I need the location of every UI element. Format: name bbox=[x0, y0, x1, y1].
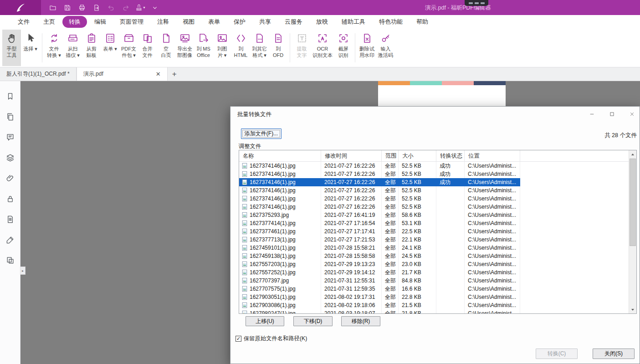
tool-to-ofd[interactable]: 到OFD bbox=[269, 30, 287, 66]
tool-ocr-text[interactable]: OCR识别文本 bbox=[311, 30, 334, 66]
table-row[interactable]: 1627459101(1).jpg2021-07-28 15:58:21全部24… bbox=[239, 244, 630, 252]
new-tab-button[interactable]: + bbox=[168, 67, 181, 81]
app-logo[interactable] bbox=[0, 0, 41, 15]
column-header[interactable]: 转换状态 bbox=[436, 150, 465, 161]
tool-to-ms-office[interactable]: 到 MSOffice bbox=[194, 30, 213, 66]
menu-item-page-manage[interactable]: 页面管理 bbox=[113, 16, 150, 28]
tool-to-image[interactable]: 到图片 ▾ bbox=[213, 30, 231, 66]
security-panel-button[interactable] bbox=[6, 195, 15, 203]
table-row[interactable]: 1627903051(1).jpg2021-08-02 19:17:31全部22… bbox=[239, 293, 630, 301]
undo-button[interactable] bbox=[104, 2, 118, 14]
table-scrollbar[interactable] bbox=[629, 150, 636, 313]
tool-blank-page[interactable]: 空白页 bbox=[157, 30, 175, 66]
export-button[interactable] bbox=[89, 2, 104, 14]
customize-toolbar-button[interactable] bbox=[148, 2, 162, 14]
table-row[interactable]: 1627557203(1).jpg2021-07-29 19:13:23全部23… bbox=[239, 260, 630, 268]
table-row[interactable]: 1627557252(1).jpg2021-07-29 19:14:12全部21… bbox=[239, 268, 630, 277]
move-up-button[interactable]: 上移(U) bbox=[246, 316, 284, 326]
tab-document-1[interactable]: 新人引导(1)(1)_OCR.pdf * bbox=[0, 67, 77, 81]
table-row[interactable]: 1627374146(1).jpg2021-07-27 16:22:26全部52… bbox=[239, 203, 630, 211]
open-button[interactable] bbox=[46, 2, 60, 14]
dialog-close-button[interactable] bbox=[625, 108, 639, 120]
menu-item-protect[interactable]: 保护 bbox=[227, 16, 252, 28]
table-row[interactable]: 1627903086(1).jpg2021-08-02 19:18:06全部21… bbox=[239, 301, 630, 309]
sidebar-expander[interactable]: ▸ bbox=[20, 267, 26, 275]
menu-item-home[interactable]: 主页 bbox=[37, 16, 61, 28]
add-file-button[interactable]: 添加文件(F)... bbox=[241, 128, 282, 139]
keep-names-checkbox[interactable]: ✓ bbox=[236, 336, 241, 342]
signature-panel-button[interactable] bbox=[6, 236, 15, 244]
column-header[interactable]: 大小 bbox=[399, 150, 436, 161]
comments-panel-button[interactable] bbox=[6, 133, 15, 142]
tool-screenshot-ocr[interactable]: 截屏识别 bbox=[334, 30, 353, 66]
menu-item-featured[interactable]: 特色功能 bbox=[373, 16, 409, 28]
menu-item-cloud[interactable]: 云服务 bbox=[278, 16, 309, 28]
menu-item-form[interactable]: 表单 bbox=[202, 16, 226, 28]
tool-extract-text[interactable]: 提取文字 bbox=[292, 30, 311, 66]
typewriter-button[interactable]: ▾ bbox=[133, 2, 148, 14]
table-row[interactable]: 1627377414(1).jpg2021-07-27 17:16:54全部53… bbox=[239, 219, 630, 227]
tool-form[interactable]: 表单 ▾ bbox=[101, 30, 119, 66]
attachments-panel-button[interactable] bbox=[6, 174, 15, 183]
tool-from-clipboard[interactable]: 从剪贴板 bbox=[82, 30, 101, 66]
table-row[interactable]: 1627707575(1).jpg2021-07-31 12:59:35全部16… bbox=[239, 285, 630, 293]
dialog-minimize-button[interactable] bbox=[585, 108, 599, 120]
scroll-up-button[interactable] bbox=[629, 150, 636, 158]
save-button[interactable] bbox=[60, 2, 75, 14]
table-row[interactable]: 1627377713(1).jpg2021-07-27 17:21:53全部22… bbox=[239, 236, 630, 244]
menu-item-present[interactable]: 放映 bbox=[310, 16, 334, 28]
tool-from-scanner[interactable]: 从扫描仪 ▾ bbox=[63, 30, 82, 66]
tool-enter-activation-code[interactable]: 输入激活码 bbox=[376, 30, 395, 66]
bookmarks-panel-button[interactable] bbox=[6, 92, 15, 101]
tool-label: 输入 bbox=[381, 46, 391, 52]
scrollbar-thumb[interactable] bbox=[630, 159, 636, 246]
menu-item-accessibility[interactable]: 辅助工具 bbox=[335, 16, 372, 28]
tool-file-convert[interactable]: 文件转换 ▾ bbox=[45, 30, 63, 66]
tool-hand-tool[interactable]: 手型工具 bbox=[2, 30, 21, 66]
layers-panel-button[interactable] bbox=[6, 154, 15, 162]
table-row[interactable]: 1627980247(1).jpg2021-08-03 19:18:07全部21… bbox=[239, 309, 630, 314]
tool-export-all-images[interactable]: 导出全部图像 bbox=[175, 30, 194, 66]
pages-panel-button[interactable] bbox=[6, 113, 15, 121]
column-header[interactable]: 范围 bbox=[382, 150, 399, 161]
table-row[interactable]: 1627374146(1).jpg2021-07-27 16:22:26全部52… bbox=[239, 186, 630, 195]
tool-combine-files[interactable]: 合并文件 bbox=[138, 30, 157, 66]
column-header[interactable]: 位置 bbox=[465, 150, 520, 161]
dialog-maximize-button[interactable] bbox=[605, 108, 619, 120]
tab-document-2-active[interactable]: 演示.pdf ✕ bbox=[77, 67, 168, 81]
menu-item-convert[interactable]: 转换 bbox=[62, 16, 87, 28]
table-row[interactable]: 1627707397.jpg2021-07-31 12:55:31全部84.8 … bbox=[239, 277, 630, 285]
table-row[interactable]: 1627377461(1).jpg2021-07-27 17:17:41全部22… bbox=[239, 227, 630, 236]
table-row[interactable]: 1627374146(1).jpg2021-07-27 16:22:26全部52… bbox=[239, 195, 630, 203]
menu-item-view[interactable]: 视图 bbox=[176, 16, 201, 28]
fields-panel-button[interactable] bbox=[6, 256, 15, 265]
close-dialog-button[interactable]: 关闭(S) bbox=[593, 349, 635, 359]
table-row[interactable]: 1627374146(1).jpg2021-07-27 16:22:26全部52… bbox=[239, 162, 630, 170]
menu-item-file[interactable]: 文件 bbox=[11, 16, 36, 28]
menu-item-comment[interactable]: 注释 bbox=[151, 16, 175, 28]
dialog-titlebar[interactable]: 批量转换文件 bbox=[230, 107, 640, 122]
tool-pdf-portfolio[interactable]: PDF文件包 ▾ bbox=[119, 30, 138, 66]
move-down-button[interactable]: 下移(D) bbox=[293, 316, 333, 326]
tool-select-tool[interactable]: 选择 ▾ bbox=[21, 30, 40, 66]
table-row[interactable]: 1627459138(1).jpg2021-07-28 15:58:58全部24… bbox=[239, 252, 630, 260]
menu-item-edit[interactable]: 编辑 bbox=[88, 16, 113, 28]
table-row[interactable]: 1627374146(1).jpg2021-07-27 16:22:26全部52… bbox=[239, 178, 630, 186]
tool-to-html[interactable]: 到HTML bbox=[231, 30, 250, 66]
print-button[interactable] bbox=[75, 2, 89, 14]
menu-item-share[interactable]: 共享 bbox=[253, 16, 277, 28]
tool-remove-trial-watermark[interactable]: 删除试用水印 bbox=[358, 30, 376, 66]
menu-item-help[interactable]: 帮助 bbox=[410, 16, 435, 28]
cell-size: 16.6 KB bbox=[399, 285, 436, 293]
redo-button[interactable] bbox=[118, 2, 133, 14]
remove-button[interactable]: 移除(R) bbox=[341, 316, 380, 326]
column-header[interactable]: 名称 bbox=[239, 150, 321, 161]
articles-panel-button[interactable] bbox=[6, 215, 15, 224]
table-row[interactable]: 1627375293.jpg2021-07-27 16:41:19全部58.6 … bbox=[239, 211, 630, 219]
scroll-down-button[interactable] bbox=[629, 306, 636, 313]
convert-button[interactable]: 转换(C) bbox=[536, 349, 578, 359]
table-row[interactable]: 1627374146(1).jpg2021-07-27 16:22:26全部52… bbox=[239, 170, 630, 178]
tool-to-other-format[interactable]: 到其它格式 ▾ bbox=[250, 30, 269, 66]
tab-close-icon[interactable]: ✕ bbox=[128, 71, 161, 77]
column-header[interactable]: 修改时间 bbox=[321, 150, 382, 161]
